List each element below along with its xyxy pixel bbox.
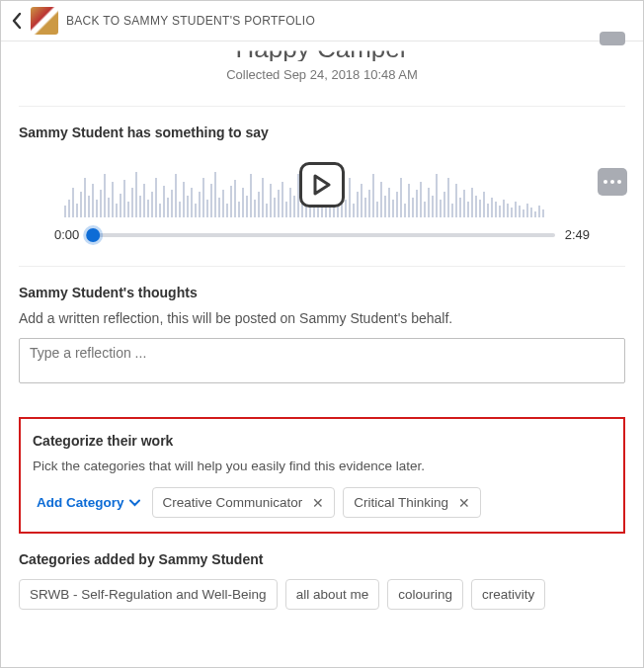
time-start: 0:00: [54, 227, 79, 242]
play-button[interactable]: [299, 162, 345, 208]
reflection-input[interactable]: [19, 338, 625, 383]
divider: [19, 106, 625, 107]
student-category-row: SRWB - Self-Regulation and Well-Beingall…: [19, 579, 625, 610]
student-category-chip: all about me: [285, 579, 380, 610]
scrubber-knob[interactable]: [87, 228, 101, 242]
page-title: Happy Camper: [19, 36, 625, 61]
play-icon: [312, 174, 332, 196]
close-icon[interactable]: ✕: [312, 496, 324, 510]
close-icon[interactable]: ✕: [458, 496, 470, 510]
thoughts-description: Add a written reflection, this will be p…: [19, 310, 625, 326]
audio-timeline: 0:00 2:49: [54, 227, 590, 242]
thoughts-heading: Sammy Student's thoughts: [19, 285, 625, 300]
divider: [19, 266, 625, 267]
category-chip: Critical Thinking✕: [343, 487, 481, 518]
audio-heading: Sammy Student has something to say: [19, 125, 625, 140]
student-categories-heading: Categories added by Sammy Student: [19, 551, 625, 567]
chevron-down-icon: [129, 499, 140, 507]
categorize-description: Pick the categories that will help you e…: [33, 459, 611, 473]
categorize-heading: Categorize their work: [33, 433, 611, 449]
title-block: Happy Camper Collected Sep 24, 2018 10:4…: [19, 36, 625, 82]
scrubber-track[interactable]: [89, 233, 554, 237]
student-category-chip: creativity: [471, 579, 545, 610]
more-options-button[interactable]: [598, 168, 627, 196]
header-action-button[interactable]: [600, 32, 625, 45]
category-chip: Creative Communicator✕: [152, 487, 336, 518]
student-category-chip: SRWB - Self-Regulation and Well-Being: [19, 579, 278, 610]
chevron-left-icon[interactable]: [11, 12, 23, 30]
chip-label: Creative Communicator: [163, 495, 303, 510]
teacher-category-row: Add Category Creative Communicator✕Criti…: [33, 487, 611, 518]
audio-player: [19, 152, 625, 217]
student-category-chip: colouring: [387, 579, 463, 610]
categorize-section: Categorize their work Pick the categorie…: [19, 417, 625, 534]
add-category-button[interactable]: Add Category: [33, 489, 144, 516]
time-end: 2:49: [565, 227, 590, 242]
avatar: [31, 7, 58, 35]
chip-label: Critical Thinking: [354, 495, 448, 510]
collected-timestamp: Collected Sep 24, 2018 10:48 AM: [19, 67, 625, 82]
add-category-label: Add Category: [37, 495, 124, 510]
back-link-label[interactable]: BACK TO SAMMY STUDENT'S PORTFOLIO: [66, 14, 315, 28]
